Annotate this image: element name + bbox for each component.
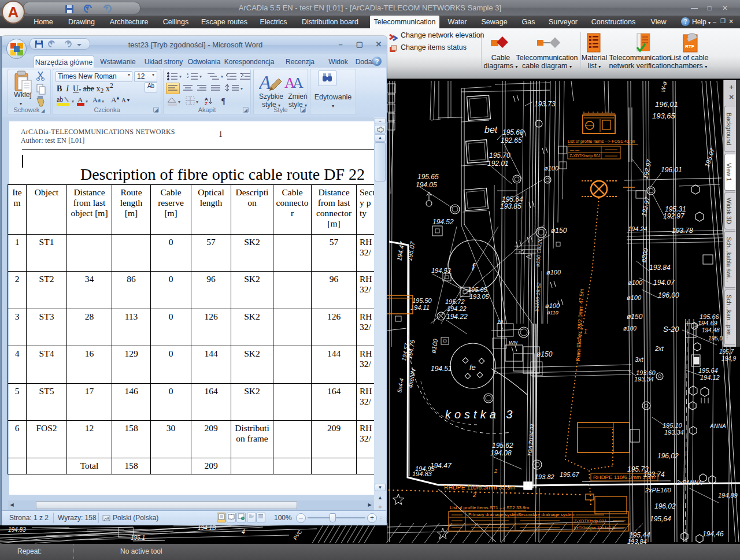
svg-text:Z: Z bbox=[205, 101, 208, 106]
svg-text:193,84: 193,84 bbox=[627, 538, 647, 545]
svg-text:ø100: ø100 bbox=[628, 279, 643, 286]
svg-text:List of profile items ST1 -->: List of profile items ST1 --> ST2 33.9m bbox=[450, 505, 529, 510]
svg-text:ø150: ø150 bbox=[536, 350, 553, 358]
svg-text:¶: ¶ bbox=[221, 97, 225, 106]
svg-text:194.51: 194.51 bbox=[431, 365, 452, 373]
svg-text:194.07: 194.07 bbox=[653, 279, 675, 287]
svg-text:194.22: 194.22 bbox=[446, 313, 468, 321]
svg-text:ø100: ø100 bbox=[546, 269, 561, 276]
svg-text:ab: ab bbox=[57, 95, 63, 103]
svg-text:196,01: 196,01 bbox=[661, 166, 682, 174]
svg-text:194,46: 194,46 bbox=[702, 530, 724, 538]
svg-text:RHDPE 110/6.3mm 33.9m: RHDPE 110/6.3mm 33.9m bbox=[444, 484, 516, 491]
svg-text:Aa: Aa bbox=[92, 96, 101, 104]
svg-text:192.65: 192.65 bbox=[501, 136, 522, 144]
svg-text:A: A bbox=[259, 72, 271, 93]
svg-text:kostka 3: kostka 3 bbox=[445, 408, 516, 421]
svg-text:195.65: 195.65 bbox=[468, 286, 488, 293]
svg-text:194.52: 194.52 bbox=[432, 218, 454, 226]
svg-text:▾: ▾ bbox=[199, 74, 202, 79]
svg-text:Z-XDTKtwdp 80J: Z-XDTKtwdp 80J bbox=[569, 154, 600, 158]
svg-text:ø150: ø150 bbox=[627, 313, 643, 321]
svg-text:S-20: S-20 bbox=[663, 325, 679, 333]
svg-text:194,9: 194,9 bbox=[722, 355, 736, 362]
svg-text:2xPANNA: 2xPANNA bbox=[676, 480, 702, 486]
svg-text:195.50: 195.50 bbox=[412, 297, 432, 304]
svg-text:193.82: 193.82 bbox=[535, 473, 554, 480]
svg-text:▲: ▲ bbox=[116, 95, 120, 101]
svg-text:ø100: ø100 bbox=[627, 294, 642, 301]
svg-text:1: 1 bbox=[584, 328, 587, 335]
svg-text:19: 19 bbox=[497, 319, 503, 325]
svg-text:▾: ▾ bbox=[86, 99, 88, 104]
svg-text:196,00: 196,00 bbox=[658, 291, 679, 299]
svg-text:194.83: 194.83 bbox=[412, 470, 432, 477]
svg-text:195,7: 195,7 bbox=[719, 348, 734, 355]
svg-text:A: A bbox=[121, 97, 126, 103]
svg-text:A: A bbox=[293, 75, 304, 91]
svg-text:193.34: 193.34 bbox=[634, 376, 654, 383]
svg-text:List of profile items --> FOS1: List of profile items --> FOS1 43.5n bbox=[568, 139, 635, 144]
svg-text:195.68: 195.68 bbox=[502, 128, 524, 136]
svg-text:A: A bbox=[77, 95, 83, 104]
svg-text:ø110: ø110 bbox=[547, 310, 558, 316]
svg-text:194.24: 194.24 bbox=[628, 225, 648, 232]
svg-text:194.22: 194.22 bbox=[447, 305, 467, 312]
svg-text:XzTKM×pw 10x4x0.5: XzTKM×pw 10x4x0.5 bbox=[574, 525, 615, 531]
svg-text:194.83: 194.83 bbox=[8, 526, 26, 533]
svg-text:196,02: 196,02 bbox=[657, 452, 679, 460]
svg-text:195,64: 195,64 bbox=[650, 515, 671, 523]
svg-text:193,65: 193,65 bbox=[652, 112, 676, 120]
svg-text:RHDPE 110/6.3mm 3.5m: RHDPE 110/6.3mm 3.5m bbox=[593, 474, 655, 480]
svg-text:ø150: ø150 bbox=[551, 227, 567, 235]
svg-text:195.65: 195.65 bbox=[417, 173, 439, 181]
svg-text:Z-XDTKtsdp 80J: Z-XDTKtsdp 80J bbox=[574, 518, 606, 524]
svg-text:195.62: 195.62 bbox=[492, 442, 513, 450]
svg-text:4: 4 bbox=[242, 529, 245, 535]
svg-text:▾: ▾ bbox=[72, 99, 74, 104]
svg-text:194.05: 194.05 bbox=[416, 181, 437, 189]
svg-text:192.01: 192.01 bbox=[487, 160, 509, 168]
svg-text:193.05: 193.05 bbox=[469, 293, 490, 300]
svg-text:195.64: 195.64 bbox=[698, 367, 718, 374]
svg-text:193.73: 193.73 bbox=[534, 100, 556, 108]
svg-text:193.84: 193.84 bbox=[649, 264, 671, 272]
svg-text:194.53: 194.53 bbox=[431, 267, 452, 274]
svg-text:bet: bet bbox=[484, 125, 498, 135]
svg-text:Primary drainage system: Primary drainage system bbox=[468, 512, 520, 517]
svg-text:2xPE160: 2xPE160 bbox=[645, 487, 672, 494]
svg-text:— —: — — bbox=[570, 148, 579, 152]
svg-text:▾: ▾ bbox=[178, 99, 180, 105]
svg-text:▾: ▾ bbox=[102, 99, 104, 104]
svg-text:196,02: 196,02 bbox=[654, 502, 676, 510]
svg-text:2: 2 bbox=[494, 468, 497, 474]
svg-text:194.1B: 194.1B bbox=[198, 525, 216, 531]
svg-text:2: 2 bbox=[472, 492, 476, 498]
svg-text:195.10: 195.10 bbox=[663, 422, 683, 429]
svg-text:194,89: 194,89 bbox=[718, 492, 738, 499]
svg-text:▼: ▼ bbox=[126, 98, 131, 103]
svg-text:194.12: 194.12 bbox=[700, 374, 720, 381]
svg-text:▾: ▾ bbox=[221, 74, 223, 79]
svg-text:ø100: ø100 bbox=[544, 165, 559, 172]
svg-text:195.1: 195.1 bbox=[131, 535, 145, 541]
svg-text:3xt: 3xt bbox=[635, 356, 644, 363]
svg-text:195.67: 195.67 bbox=[560, 471, 580, 478]
svg-text:194.69: 194.69 bbox=[698, 320, 717, 327]
svg-text:194.08: 194.08 bbox=[490, 449, 512, 457]
svg-text:ø100: ø100 bbox=[545, 302, 560, 309]
svg-text:2: 2 bbox=[187, 75, 189, 79]
svg-text:196,01: 196,01 bbox=[655, 100, 678, 109]
svg-text:192.97: 192.97 bbox=[663, 212, 685, 220]
svg-text:2xt: 2xt bbox=[654, 345, 664, 352]
svg-text:193.78: 193.78 bbox=[672, 227, 693, 235]
svg-text:194.11: 194.11 bbox=[410, 304, 430, 311]
svg-text:ANNA: ANNA bbox=[709, 423, 726, 429]
svg-text:193.34: 193.34 bbox=[664, 429, 684, 436]
svg-text:ø100: ø100 bbox=[623, 325, 637, 332]
svg-text:195.70: 195.70 bbox=[489, 151, 510, 160]
svg-text:195.72: 195.72 bbox=[445, 298, 465, 305]
svg-text:▾: ▾ bbox=[179, 74, 182, 79]
svg-text:Secondary drainage system: Secondary drainage system bbox=[518, 512, 576, 517]
svg-text:193.85: 193.85 bbox=[500, 202, 521, 210]
